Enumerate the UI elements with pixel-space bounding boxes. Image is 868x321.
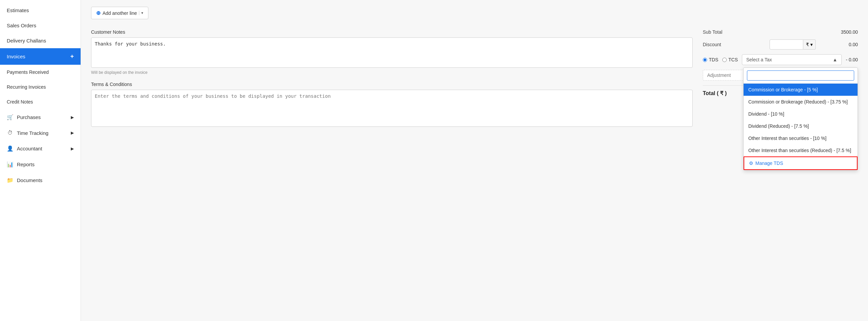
discount-row: Discount ₹ ▾ 0.00 <box>703 39 858 50</box>
subtotal-row: Sub Total 3500.00 <box>703 29 858 35</box>
dropdown-item-commission-reduced[interactable]: Commission or Brokerage (Reduced) - [3.7… <box>744 96 858 108</box>
time-tracking-icon: ⏱ <box>7 130 13 136</box>
time-tracking-label: Time Tracking <box>17 130 49 136</box>
documents-label: Documents <box>17 177 42 183</box>
dropdown-search-input[interactable] <box>747 70 854 81</box>
recurring-invoices-label: Recurring Invoices <box>7 84 46 90</box>
purchases-icon: 🛒 <box>7 114 13 120</box>
time-tracking-arrow-icon: ▶ <box>71 130 74 135</box>
sidebar-item-sales-orders[interactable]: Sales Orders <box>0 18 81 33</box>
content-area: Customer Notes Thanks for your business.… <box>91 29 858 128</box>
sidebar-item-delivery-challans[interactable]: Delivery Challans <box>0 33 81 48</box>
add-line-dropdown-icon[interactable]: ▾ <box>139 11 143 15</box>
invoices-plus-icon[interactable]: + <box>70 53 74 60</box>
sidebar-item-documents[interactable]: 📁 Documents <box>0 172 81 188</box>
accountant-arrow-icon: ▶ <box>71 146 74 151</box>
dropdown-search-wrap <box>744 68 858 84</box>
tds-total: - 0.00 <box>846 57 858 62</box>
documents-icon: 📁 <box>7 177 13 183</box>
tax-select-label: Select a Tax <box>746 57 772 62</box>
main-content: ⊕ Add another line ▾ Customer Notes Than… <box>81 0 868 321</box>
currency-symbol: ₹ <box>806 42 809 47</box>
dropdown-item-other-interest-reduced[interactable]: Other Interest than securities (Reduced)… <box>744 144 858 156</box>
tax-select-chevron-icon: ▲ <box>833 57 837 62</box>
tds-radio-label[interactable]: TDS <box>703 57 718 62</box>
sidebar-item-reports[interactable]: 📊 Reports <box>0 156 81 172</box>
dropdown-item-commission-5[interactable]: Commission or Brokerage - [5 %] <box>744 84 858 96</box>
accountant-label: Accountant <box>17 146 42 151</box>
tax-select-button[interactable]: Select a Tax ▲ <box>742 54 842 65</box>
adjustment-input[interactable] <box>703 70 750 81</box>
discount-label: Discount <box>703 42 736 47</box>
currency-dropdown-icon: ▾ <box>810 42 813 47</box>
sidebar-item-estimates[interactable]: Estimates <box>0 3 81 18</box>
delivery-challans-label: Delivery Challans <box>7 38 46 43</box>
discount-input-wrap: ₹ ▾ <box>770 39 816 50</box>
sidebar-item-payments-received[interactable]: Payments Received <box>0 65 81 80</box>
purchases-label: Purchases <box>17 114 41 120</box>
customer-notes-label: Customer Notes <box>91 29 693 35</box>
add-line-label: Add another line <box>103 10 137 16</box>
manage-tds-label: Manage TDS <box>755 160 783 166</box>
gear-icon: ⚙ <box>749 160 753 166</box>
tax-select-wrap: Select a Tax ▲ <box>742 54 842 65</box>
add-line-plus-icon: ⊕ <box>96 10 100 16</box>
dropdown-item-other-interest-10[interactable]: Other Interest than securities - [10 %] <box>744 132 858 144</box>
sidebar-item-accountant[interactable]: 👤 Accountant ▶ <box>0 141 81 156</box>
payments-received-label: Payments Received <box>7 69 49 75</box>
tcs-radio-label[interactable]: TCS <box>722 57 738 62</box>
tcs-label: TCS <box>728 57 738 62</box>
sidebar-item-invoices[interactable]: Invoices + <box>0 48 81 65</box>
sales-orders-label: Sales Orders <box>7 23 36 28</box>
terms-label: Terms & Conditions <box>91 82 693 87</box>
sidebar-item-purchases[interactable]: 🛒 Purchases ▶ <box>0 109 81 125</box>
dropdown-item-dividend-10[interactable]: Dividend - [10 %] <box>744 108 858 120</box>
accountant-icon: 👤 <box>7 145 13 152</box>
left-panel: Customer Notes Thanks for your business.… <box>91 29 693 128</box>
currency-select[interactable]: ₹ ▾ <box>803 39 816 50</box>
subtotal-value: 3500.00 <box>841 29 858 35</box>
tds-tcs-row: TDS TCS Select a Tax ▲ - 0.00 <box>703 54 858 65</box>
credit-notes-label: Credit Notes <box>7 99 33 105</box>
discount-total: 0.00 <box>849 42 858 47</box>
subtotal-label: Sub Total <box>703 29 736 35</box>
tcs-radio[interactable] <box>722 58 727 62</box>
manage-tds-button[interactable]: ⚙ Manage TDS <box>744 156 858 170</box>
purchases-arrow-icon: ▶ <box>71 115 74 120</box>
dropdown-item-dividend-reduced[interactable]: Dividend (Reduced) - [7.5 %] <box>744 120 858 132</box>
sidebar-item-recurring-invoices[interactable]: Recurring Invoices <box>0 80 81 94</box>
customer-notes-input[interactable]: Thanks for your business. <box>91 37 693 68</box>
customer-notes-section: Customer Notes Thanks for your business.… <box>91 29 693 75</box>
discount-input[interactable] <box>770 39 803 50</box>
notes-hint: Will be displayed on the invoice <box>91 70 693 75</box>
tds-radio[interactable] <box>703 58 707 62</box>
terms-section: Terms & Conditions <box>91 82 693 128</box>
sidebar-item-credit-notes[interactable]: Credit Notes <box>0 94 81 109</box>
estimates-label: Estimates <box>7 7 29 13</box>
reports-icon: 📊 <box>7 161 13 168</box>
invoices-label: Invoices <box>7 54 25 59</box>
sidebar: Estimates Sales Orders Delivery Challans… <box>0 0 81 321</box>
sidebar-item-time-tracking[interactable]: ⏱ Time Tracking ▶ <box>0 125 81 141</box>
reports-label: Reports <box>17 162 35 167</box>
tax-dropdown: Commission or Brokerage - [5 %] Commissi… <box>743 67 858 170</box>
terms-input[interactable] <box>91 90 693 127</box>
tds-label: TDS <box>709 57 718 62</box>
add-line-button[interactable]: ⊕ Add another line ▾ <box>91 7 148 19</box>
total-label: Total ( ₹ ) <box>703 90 727 96</box>
